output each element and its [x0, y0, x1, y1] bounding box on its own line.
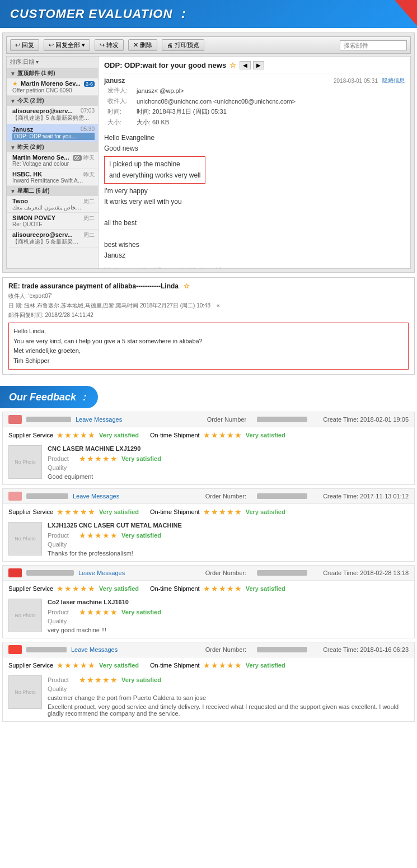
print-icon: 🖨 — [167, 42, 173, 49]
sidebar-group-today: ▼ 今天 (2 封) — [7, 96, 98, 106]
email-line2: I'm very happy — [104, 186, 405, 197]
email-text-body: Hello Evangeline Good news I picked up t… — [104, 133, 405, 261]
to-value: unichcnc08@unichcnc.com <unichcnc08@unic… — [134, 96, 404, 106]
email-line5: best wishes — [104, 240, 405, 250]
from-label: 发件人: — [105, 86, 133, 95]
email-content-pane: ODP: ODP:wait for your good news ☆ ◀ ▶ j… — [99, 56, 411, 269]
email-greeting: Hello Evangeline — [104, 133, 405, 143]
email-sidebar: 排序:日期 ▾ ▼ 置顶邮件 (1 封) ★ Martin Moreno Sev… — [6, 56, 99, 269]
review-stars-3: Supplier Service ★★★★★ Very satisfied On… — [3, 581, 414, 596]
review-card-2: Leave Messages Order Number: Create Time… — [2, 488, 415, 562]
product-satisfied-4: Very satisfied — [121, 676, 161, 683]
leave-messages-1[interactable]: Leave Messages — [76, 416, 122, 423]
second-email-body: Hello Linda, You are very kind, can i he… — [8, 323, 409, 370]
sidebar-item-today-1[interactable]: alisoureepro@serv... 07:03 【商机速递】5 条最新采购… — [7, 106, 98, 124]
email-line4: all the best — [104, 218, 405, 228]
sidebar-item-today-2[interactable]: Janusz 05:30 ODP: ODP:wait for you... — [7, 124, 98, 142]
order-num-blurred-4 — [257, 647, 307, 652]
sidebar-item-yesterday-2[interactable]: HSBC. HK 昨天 Inward Remittance Swift Ad..… — [7, 169, 98, 186]
leave-messages-3[interactable]: Leave Messages — [78, 570, 125, 576]
triangle-icon: ▼ — [10, 144, 16, 151]
supplier-label-4: Supplier Service — [8, 662, 53, 669]
reply-all-icon: ↩ — [49, 41, 54, 49]
shipment-satisfied-2: Very satisfied — [246, 508, 285, 515]
second-email-to: 收件人: 'export07' — [8, 292, 409, 300]
hide-info-button[interactable]: 隐藏信息 — [382, 77, 405, 85]
second-email-date: 日 期: 纽林,布鲁塞尔,苏本地城,马德里,巴黎,黑马时间 2018年2月27日… — [8, 302, 409, 310]
delete-button[interactable]: ✕ 删除 — [128, 39, 157, 51]
second-body-line2: You are very kind, can i help you give a… — [13, 337, 404, 347]
sidebar-group-tuesday: ▼ 星期二 (6 封) — [7, 186, 98, 196]
triangle-icon: ▼ — [10, 71, 16, 77]
review-card-1: Leave Messages Order Number Create Time:… — [2, 412, 415, 485]
buyer-avatar-1 — [8, 415, 22, 424]
product-details-4: Product ★★★★★ Very satisfied Quality cus… — [48, 675, 409, 717]
review-header-2: Leave Messages Order Number: Create Time… — [3, 489, 414, 504]
shipment-label-3: On-time Shipment — [150, 585, 200, 592]
star-icon-2[interactable]: ☆ — [184, 282, 190, 290]
forward-button[interactable]: ↪ 转发 — [95, 39, 124, 51]
review-comment-3: very good machine !!! — [48, 627, 409, 633]
create-time-1: Create Time: 2018-02-01 19:05 — [323, 416, 409, 423]
order-label-1: Order Number — [207, 416, 246, 423]
size-label: 大小: — [105, 118, 133, 127]
email-navigation: ◀ ▶ — [240, 61, 264, 69]
star-favorite-icon[interactable]: ☆ — [229, 61, 236, 69]
order-label-4: Order Number: — [205, 646, 246, 653]
review-stars-4: Supplier Service ★★★★★ Very satisfied On… — [3, 657, 414, 673]
review-header-3: Leave Messages Order Number: Create Time… — [3, 566, 414, 581]
sidebar-item-yesterday-1[interactable]: Martin Moreno Se... 昨天 69 Re: Voltage an… — [7, 152, 98, 169]
email-body-area: 排序:日期 ▾ ▼ 置顶邮件 (1 封) ★ Martin Moreno Sev… — [6, 56, 411, 269]
sidebar-item-tue-3[interactable]: alisoureepro@serv... 周二 【商机速递】5 条最新采购需..… — [7, 230, 98, 248]
shipment-group-4: On-time Shipment ★★★★★ Very satisfied — [150, 661, 285, 670]
email-line3: It works very well with you — [104, 197, 405, 207]
supplier-label-2: Supplier Service — [8, 508, 53, 515]
prev-email-button[interactable]: ◀ — [240, 61, 251, 69]
buyer-name-1 — [26, 417, 71, 422]
feedback-header: Our Feedback ： — [0, 386, 98, 408]
leave-messages-2[interactable]: Leave Messages — [73, 493, 119, 500]
feedback-header-wrapper: Our Feedback ： — [0, 380, 417, 408]
delete-icon: ✕ — [133, 41, 138, 49]
product-rating-1: Product ★★★★★ Very satisfied — [48, 454, 409, 463]
review-comment-1: Good equipment — [48, 473, 409, 480]
quality-row-3: Quality — [48, 618, 409, 624]
shipment-group-1: On-time Shipment ★★★★★ Very satisfied — [150, 431, 285, 440]
review-product-4: No Photo Product ★★★★★ Very satisfied Qu… — [3, 673, 414, 721]
email-client-section: ↩ 回复 ↩ 回复全部 ▾ ↪ 转发 ✕ 删除 🖨 打印预览 排序:日期 ▾ — [2, 32, 415, 273]
email-highlighted-line2: and everything works very well — [109, 170, 200, 181]
review-header-4: Leave Messages Order Number: Create Time… — [3, 642, 414, 657]
supplier-satisfied-3: Very satisfied — [99, 585, 139, 592]
sidebar-item-tue-1[interactable]: Twoo 周二 الأشخاص يتقدمون للتعريف معك — [7, 196, 98, 213]
product-rating-4: Product ★★★★★ Very satisfied — [48, 675, 409, 684]
second-body-line3: Met vriendelijke groeten, — [13, 346, 404, 356]
buyer-avatar-3 — [8, 568, 22, 577]
shipment-stars-4: ★★★★★ — [203, 661, 242, 670]
order-num-blurred-1 — [257, 417, 307, 422]
product-image-2: No Photo — [8, 522, 42, 556]
sidebar-item-pinned[interactable]: ★ Martin Moreno Sev... 2-6 Offer petitio… — [7, 78, 98, 96]
leave-messages-4[interactable]: Leave Messages — [71, 646, 118, 653]
expand-icon[interactable]: « — [217, 302, 220, 309]
sender-name: janusz — [104, 77, 125, 85]
product-stars-3: ★★★★★ — [79, 608, 118, 617]
sidebar-group-pinned: ▼ 置顶邮件 (1 封) — [7, 68, 98, 78]
review-stars-2: Supplier Service ★★★★★ Very satisfied On… — [3, 504, 414, 520]
buyer-name-4 — [26, 647, 67, 652]
print-button[interactable]: 🖨 打印预览 — [162, 39, 204, 51]
review-product-1: No Photo CNC LASER MACHINE LXJ1290 Produ… — [3, 443, 414, 484]
shipment-satisfied-3: Very satisfied — [246, 585, 285, 592]
supplier-service-group-1: Supplier Service ★★★★★ Very satisfied — [8, 431, 139, 440]
next-email-button[interactable]: ▶ — [253, 61, 264, 69]
email-footer: Wysłane z aplikacji Poczta dla Windows 1… — [104, 267, 405, 269]
chevron-down-icon: ▾ — [82, 41, 85, 49]
reply-all-button[interactable]: ↩ 回复全部 ▾ — [44, 39, 90, 51]
search-input[interactable] — [340, 40, 407, 50]
email-date: 2018-03-01 05:31 — [334, 78, 378, 84]
reply-button[interactable]: ↩ 回复 — [10, 39, 39, 51]
sidebar-item-tue-2[interactable]: SIMON POVEY 周二 Re: QUOTE — [7, 213, 98, 230]
sidebar-sort[interactable]: 排序:日期 ▾ — [7, 57, 98, 68]
second-body-line1: Hello Linda, — [13, 326, 404, 337]
create-time-4: Create Time: 2018-01-16 06:23 — [323, 646, 409, 653]
product-stars-2: ★★★★★ — [79, 531, 118, 540]
